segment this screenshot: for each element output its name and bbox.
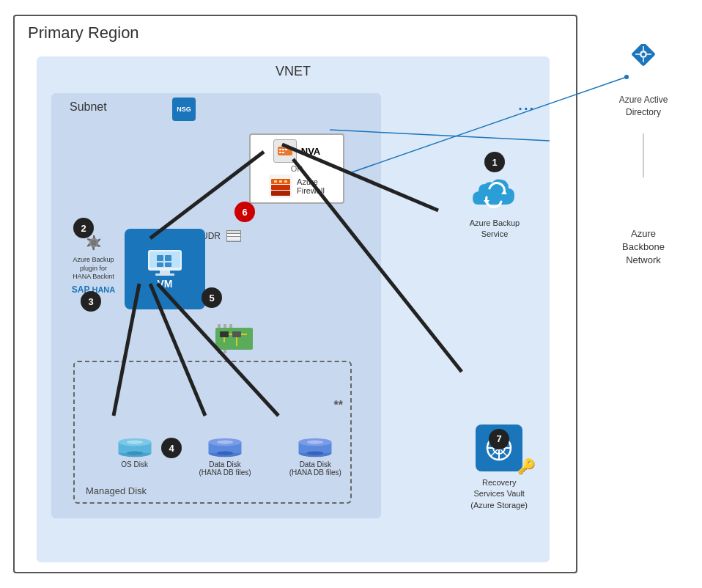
svg-rect-32: [229, 324, 232, 328]
rsv-label: RecoveryServices Vault(Azure Storage): [470, 477, 528, 511]
managed-disk-label: Managed Disk: [86, 485, 147, 496]
badge-1: 1: [484, 152, 505, 172]
data-disk2-icon: [293, 436, 337, 457]
svg-rect-4: [279, 152, 281, 153]
divider: [643, 133, 644, 177]
svg-rect-11: [284, 180, 287, 183]
backbone-label: AzureBackboneNetwork: [622, 227, 665, 268]
disk-container: OS Disk Data Disk(HANA DB files): [89, 436, 361, 477]
main-container: Primary Region VNET ··· Subnet NSG: [0, 0, 702, 588]
udr-area: UDR: [202, 229, 241, 242]
vnet-label: VNET: [276, 64, 311, 79]
svg-rect-20: [165, 255, 171, 261]
svg-rect-22: [165, 262, 171, 267]
data-disk2-label: Data Disk(HANA DB files): [289, 460, 341, 477]
vm-box: VM: [125, 229, 205, 309]
primary-region-box: Primary Region VNET ··· Subnet NSG: [13, 15, 577, 573]
primary-region-label: Primary Region: [28, 23, 139, 43]
badge-4: 4: [161, 438, 182, 458]
nsg-badge: NSG: [172, 98, 196, 121]
badge-5: 5: [202, 287, 222, 308]
svg-rect-1: [279, 149, 281, 150]
svg-rect-0: [278, 147, 292, 155]
disk-item-os: OS Disk: [98, 436, 171, 477]
backup-service-cloud-icon: [469, 174, 520, 218]
aad-label: Azure ActiveDirectory: [619, 94, 668, 119]
firewall-icon: [269, 174, 292, 198]
firewall-area: AzureFirewall: [255, 174, 339, 198]
svg-rect-10: [279, 180, 282, 183]
svg-point-67: [641, 53, 645, 56]
badge-3: 3: [81, 291, 101, 312]
svg-rect-3: [285, 149, 287, 150]
svg-rect-25: [232, 331, 241, 337]
backup-plugin-label: Azure Backup plugin for HANA Backint: [66, 256, 121, 282]
nva-area: NVA: [255, 139, 339, 163]
svg-point-48: [307, 440, 324, 444]
svg-point-49: [307, 451, 324, 455]
svg-rect-17: [160, 271, 170, 273]
svg-rect-33: [218, 350, 221, 353]
backup-plugin-icon: [66, 232, 121, 253]
vnet-box: VNET ··· Subnet NSG: [37, 56, 550, 562]
backbone-area: AzureBackboneNetwork: [622, 221, 665, 268]
or-label: OR: [255, 164, 339, 173]
circuit-board-icon: [214, 324, 254, 353]
disk-item-data2: Data Disk(HANA DB files): [278, 436, 352, 477]
nva-label: NVA: [301, 146, 320, 157]
peer-icon: ···: [518, 100, 535, 117]
svg-rect-31: [223, 324, 226, 328]
nva-icon: [273, 139, 297, 163]
badge-2: 2: [73, 218, 94, 238]
svg-rect-8: [271, 191, 290, 196]
svg-rect-7: [271, 185, 290, 190]
backup-service-label: Azure BackupService: [470, 218, 520, 240]
aad-icon: [621, 44, 665, 88]
badge-7: 7: [489, 429, 509, 449]
svg-rect-21: [157, 262, 163, 267]
svg-point-39: [126, 451, 143, 455]
svg-rect-9: [274, 180, 277, 183]
svg-rect-24: [220, 331, 229, 337]
managed-disk-box: Managed Disk OS Disk: [73, 361, 352, 504]
vm-label: VM: [158, 278, 173, 290]
svg-point-44: [217, 451, 234, 455]
svg-rect-34: [223, 350, 226, 353]
svg-rect-23: [215, 328, 253, 350]
key-icon: 🔑: [517, 457, 536, 475]
data-disk1-label: Data Disk(HANA DB files): [199, 460, 251, 477]
subnet-label: Subnet: [70, 100, 107, 114]
svg-rect-30: [218, 324, 221, 328]
subnet-box: Subnet NSG: [51, 93, 381, 518]
svg-point-43: [217, 440, 234, 444]
os-disk-icon: [113, 436, 157, 457]
svg-rect-5: [282, 152, 284, 153]
aad-area: Azure ActiveDirectory: [619, 44, 668, 119]
backup-plugin-area: Azure Backup plugin for HANA Backint SAP…: [66, 232, 121, 295]
svg-rect-2: [282, 149, 284, 150]
udr-icon: [226, 230, 241, 242]
nva-firewall-box: NVA OR: [249, 133, 344, 204]
firewall-label: AzureFirewall: [297, 177, 325, 195]
badge-6: 6: [234, 202, 255, 222]
os-disk-label: OS Disk: [121, 460, 148, 468]
azure-backup-service-icon-area: Azure BackupService: [469, 174, 520, 240]
rsv-area: 🔑 RecoveryServices Vault(Azure Storage) …: [470, 425, 528, 511]
backup-service-area: 1 Azure BackupService: [469, 174, 520, 240]
disk-item-data1: Data Disk(HANA DB files): [188, 436, 262, 477]
svg-point-14: [92, 240, 96, 245]
svg-rect-19: [157, 255, 163, 261]
vm-monitor-icon: [147, 249, 183, 278]
right-panel: Azure ActiveDirectory AzureBackboneNetwo…: [588, 15, 698, 573]
data-disk1-icon: [203, 436, 247, 457]
svg-rect-18: [155, 273, 174, 276]
double-asterisk: **: [334, 399, 343, 412]
svg-point-38: [126, 440, 143, 444]
